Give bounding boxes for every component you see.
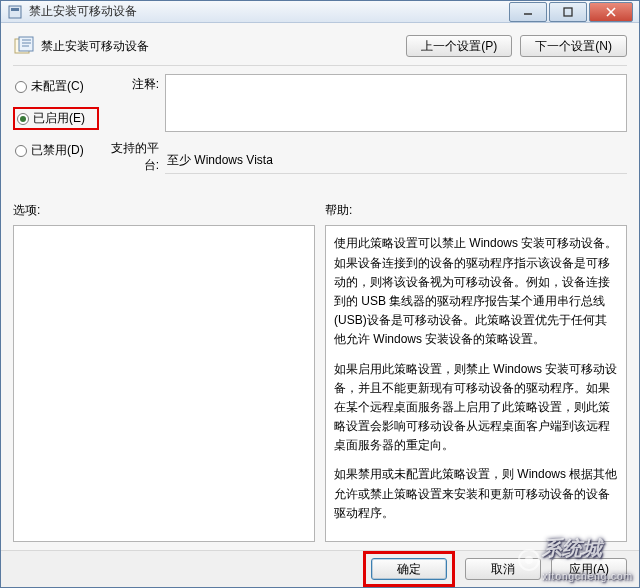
- config-area: 未配置(C) 已启用(E) 已禁用(D) 注释:: [13, 74, 627, 180]
- lower-area: 选项: 帮助: 使用此策略设置可以禁止 Windows 安装可移动设备。如果设备…: [13, 202, 627, 542]
- dialog-window: 禁止安装可移动设备 禁止安装可移动设备 上一个设置(P) 下一个设置(N): [0, 0, 640, 588]
- ok-button[interactable]: 确定: [371, 558, 447, 580]
- svg-rect-0: [9, 6, 21, 18]
- help-label: 帮助:: [325, 202, 627, 219]
- svg-rect-1: [11, 8, 19, 11]
- fields-column: 注释: 支持的平台: 至少 Windows Vista: [109, 74, 627, 180]
- radio-group: 未配置(C) 已启用(E) 已禁用(D): [13, 74, 99, 180]
- platform-value: 至少 Windows Vista: [165, 152, 627, 174]
- cancel-button[interactable]: 取消: [465, 558, 541, 580]
- radio-not-configured[interactable]: 未配置(C): [13, 76, 99, 97]
- policy-icon: [7, 4, 23, 20]
- prev-setting-button[interactable]: 上一个设置(P): [406, 35, 512, 57]
- platform-row: 支持的平台: 至少 Windows Vista: [109, 138, 627, 174]
- setting-icon: [13, 35, 35, 57]
- radio-label: 未配置(C): [31, 78, 84, 95]
- header-row: 禁止安装可移动设备 上一个设置(P) 下一个设置(N): [13, 31, 627, 66]
- radio-icon: [17, 113, 29, 125]
- options-label: 选项:: [13, 202, 315, 219]
- svg-rect-7: [19, 37, 33, 51]
- comment-row: 注释:: [109, 74, 627, 132]
- help-column: 帮助: 使用此策略设置可以禁止 Windows 安装可移动设备。如果设备连接到的…: [325, 202, 627, 542]
- radio-enabled[interactable]: 已启用(E): [17, 110, 95, 127]
- window-controls: [507, 2, 633, 22]
- platform-label: 支持的平台:: [109, 138, 165, 174]
- radio-icon: [15, 81, 27, 93]
- options-column: 选项:: [13, 202, 315, 542]
- setting-title: 禁止安装可移动设备: [41, 38, 398, 55]
- radio-icon: [15, 145, 27, 157]
- comment-label: 注释:: [109, 74, 165, 93]
- comment-input[interactable]: [165, 74, 627, 132]
- content-area: 禁止安装可移动设备 上一个设置(P) 下一个设置(N) 未配置(C) 已启用(E…: [1, 23, 639, 550]
- help-box: 使用此策略设置可以禁止 Windows 安装可移动设备。如果设备连接到的设备的驱…: [325, 225, 627, 542]
- help-paragraph: 如果启用此策略设置，则禁止 Windows 安装可移动设备，并且不能更新现有可移…: [334, 360, 618, 456]
- maximize-button[interactable]: [549, 2, 587, 22]
- help-paragraph: 如果禁用或未配置此策略设置，则 Windows 根据其他允许或禁止策略设置来安装…: [334, 465, 618, 523]
- window-title: 禁止安装可移动设备: [29, 3, 507, 20]
- svg-rect-3: [564, 8, 572, 16]
- highlight-enabled: 已启用(E): [13, 107, 99, 130]
- next-setting-button[interactable]: 下一个设置(N): [520, 35, 627, 57]
- close-button[interactable]: [589, 2, 633, 22]
- apply-button[interactable]: 应用(A): [551, 558, 627, 580]
- radio-disabled[interactable]: 已禁用(D): [13, 140, 99, 161]
- radio-label: 已启用(E): [33, 110, 85, 127]
- options-box: [13, 225, 315, 542]
- minimize-button[interactable]: [509, 2, 547, 22]
- help-paragraph: 使用此策略设置可以禁止 Windows 安装可移动设备。如果设备连接到的设备的驱…: [334, 234, 618, 349]
- titlebar: 禁止安装可移动设备: [1, 1, 639, 23]
- radio-label: 已禁用(D): [31, 142, 84, 159]
- footer: 确定 取消 应用(A) 系统城 xitongcheng.com: [1, 550, 639, 587]
- highlight-ok: 确定: [363, 551, 455, 587]
